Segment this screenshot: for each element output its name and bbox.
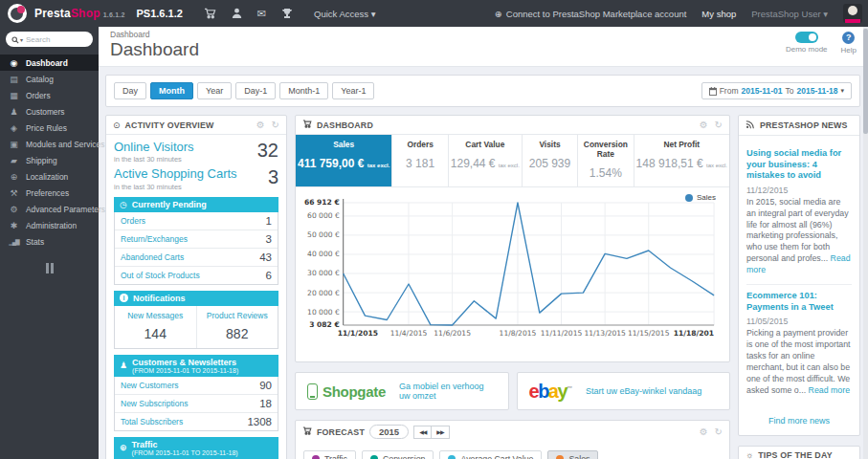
cart-icon[interactable] — [204, 8, 216, 19]
panel-refresh-icon[interactable]: ↻ — [715, 426, 723, 437]
search-icon — [11, 31, 19, 48]
kpi-tab-sales[interactable]: Sales411 759,00 € tax excl. — [296, 135, 392, 186]
sidebar-item-modules[interactable]: ▣Modules and Services — [0, 136, 99, 152]
legend-average-cart-value-button[interactable]: Average Cart Value — [439, 450, 542, 459]
panel-settings-icon[interactable]: ⚙ — [700, 426, 708, 437]
sidebar-item-stats[interactable]: ▁▄▇Stats — [0, 233, 99, 250]
svg-text:40 000 €: 40 000 € — [307, 250, 340, 258]
marketplace-connect-link[interactable]: ⊕Connect to PrestaShop Marketplace accou… — [495, 9, 687, 19]
legend-traffic-button[interactable]: Traffic — [303, 450, 356, 459]
sidebar-item-shipping[interactable]: ▰Shipping — [0, 152, 99, 168]
panel-settings-icon[interactable]: ⚙ — [700, 120, 708, 130]
scrollbar-thumb[interactable] — [863, 29, 868, 134]
forecast-year-pill[interactable]: 2015 — [369, 425, 409, 439]
cart-icon — [302, 426, 312, 437]
search-input[interactable] — [26, 35, 87, 44]
find-more-news-link[interactable]: Find more news — [739, 410, 859, 435]
sidebar-item-orders[interactable]: ▦Orders — [0, 87, 99, 103]
svg-text:20 000 €: 20 000 € — [307, 289, 340, 297]
table-row: Return/Exchanges3 — [115, 230, 278, 249]
kpi-tabs: Sales411 759,00 € tax excl. Orders3 181 … — [296, 135, 729, 187]
sales-chart: Sales 66 912 €60 000 €50 000 €40 000 €30… — [296, 187, 729, 361]
date-range-picker[interactable]: From2015-11-01 To2015-11-18 ▾ — [701, 82, 852, 99]
sales-dot-icon — [556, 455, 564, 459]
toggle-icon[interactable] — [795, 32, 818, 43]
average-cart-value-dot-icon — [448, 455, 456, 459]
filter-year-1-button[interactable]: Year-1 — [332, 82, 374, 99]
clock-icon: ◷ — [120, 200, 127, 209]
shopgate-promo-link[interactable]: Ga mobiel en verhoog uw omzet — [399, 382, 497, 401]
calendar-icon — [709, 87, 717, 96]
sidebar-item-administration[interactable]: ✱Administration — [0, 217, 99, 233]
svg-text:60 000 €: 60 000 € — [307, 211, 340, 220]
kpi-tab-visits[interactable]: Visits205 939 — [523, 135, 578, 186]
customers-table: New Customers90 New Subscriptions18 Tota… — [114, 377, 278, 431]
sidebar-item-dashboard[interactable]: ◉Dashboard — [0, 55, 99, 71]
page-scrollbar[interactable] — [863, 27, 868, 459]
svg-text:11/18/201: 11/18/201 — [674, 329, 714, 338]
sidebar-item-localization[interactable]: ⊕Localization — [0, 168, 99, 185]
online-visitors-kpi: Online Visitorsin the last 30 minutes 32 — [114, 141, 278, 164]
svg-text:11/6/2015: 11/6/2015 — [434, 329, 471, 338]
article-excerpt: Picking a payment provider is one of the… — [746, 328, 852, 396]
lightbulb-icon: ☼ — [746, 450, 753, 459]
table-row: New Customers90 — [115, 377, 278, 395]
quick-access-menu[interactable]: Quick Access ▾ — [314, 9, 375, 19]
article-date: 11/12/2015 — [746, 186, 852, 195]
user-avatar[interactable] — [843, 4, 862, 23]
online-visitors-value: 32 — [257, 141, 278, 160]
sidebar-item-catalog[interactable]: ▤Catalog — [0, 71, 99, 87]
legend-sales-button[interactable]: Sales — [547, 450, 598, 459]
prestashop-news-panel: PRESTASHOP NEWS Using social media for y… — [738, 115, 860, 436]
kpi-tab-conversion-rate[interactable]: Conversion Rate1.54% — [578, 135, 634, 186]
filter-day-1-button[interactable]: Day-1 — [235, 82, 276, 99]
customers-icon: ♟ — [9, 107, 19, 117]
ebay-promo-link[interactable]: Start uw eBay-winkel vandaag — [586, 386, 701, 396]
demo-mode-toggle[interactable]: Demo mode — [786, 32, 828, 54]
svg-text:10 000 €: 10 000 € — [307, 308, 340, 317]
search-scope-caret-icon[interactable]: ▾ — [20, 36, 23, 43]
filter-month-1-button[interactable]: Month-1 — [279, 82, 328, 99]
article-title[interactable]: Using social media for your business: 4 … — [746, 148, 852, 182]
read-more-link[interactable]: Read more — [809, 385, 851, 395]
filter-month-button[interactable]: Month — [150, 82, 193, 99]
orders-icon: ▦ — [9, 91, 19, 100]
user-icon[interactable] — [232, 8, 242, 19]
messages-icon[interactable]: ✉ — [257, 8, 266, 20]
kpi-tab-orders[interactable]: Orders3 181 — [392, 135, 448, 186]
table-row: Orders1 — [115, 212, 278, 230]
filter-year-button[interactable]: Year — [197, 82, 232, 99]
panel-refresh-icon[interactable]: ↻ — [715, 120, 723, 130]
sidebar-item-preferences[interactable]: ⚒Preferences — [0, 185, 99, 201]
panel-refresh-icon[interactable]: ↻ — [272, 120, 279, 130]
filter-day-button[interactable]: Day — [114, 82, 146, 99]
help-button[interactable]: ? Help — [841, 32, 857, 55]
notifications-table: New Messages144 Product Reviews882 — [114, 306, 278, 349]
user-dropdown[interactable]: PrestaShop User ▾ — [751, 9, 828, 19]
panel-settings-icon[interactable]: ⚙ — [256, 120, 265, 130]
trophy-icon[interactable] — [281, 8, 293, 19]
tags-icon: ◈ — [9, 123, 19, 133]
table-row: Abandoned Carts43 — [115, 249, 278, 267]
breadcrumb[interactable]: Dashboard — [110, 30, 199, 39]
table-row: Out of Stock Products6 — [115, 267, 278, 284]
chart-legend-sales[interactable]: Sales — [685, 193, 716, 202]
previous-year-button[interactable]: ◀◀ — [413, 426, 431, 439]
news-article: Using social media for your business: 4 … — [746, 142, 852, 284]
article-title[interactable]: Ecommerce 101: Payments in a Tweet — [746, 291, 852, 313]
my-shop-link[interactable]: My shop — [701, 9, 736, 19]
svg-text:11/15/2015: 11/15/2015 — [628, 329, 670, 338]
sidebar-collapse-button[interactable] — [43, 263, 56, 273]
next-year-button[interactable]: ▶▶ — [431, 426, 449, 439]
kpi-tab-net-profit[interactable]: Net Profit148 918,51 € tax excl. — [634, 135, 729, 186]
page-title: Dashboard — [110, 39, 199, 60]
sidebar-item-advanced-parameters[interactable]: ⚙Advanced Parameters — [0, 201, 99, 217]
sidebar-item-customers[interactable]: ♟Customers — [0, 103, 99, 120]
kpi-tab-cart-value[interactable]: Cart Value129,44 € tax excl. — [449, 135, 523, 186]
prestashop-logo[interactable] — [8, 4, 27, 23]
sidebar-item-price-rules[interactable]: ◈Price Rules — [0, 120, 99, 136]
legend-conversion-button[interactable]: Conversion — [362, 450, 434, 459]
active-carts-kpi: Active Shopping Cartsin the last 30 minu… — [114, 167, 278, 190]
main-content: Dashboard Dashboard Demo mode ? Help Day… — [99, 27, 868, 459]
sidebar-search: ▾ — [6, 32, 93, 47]
